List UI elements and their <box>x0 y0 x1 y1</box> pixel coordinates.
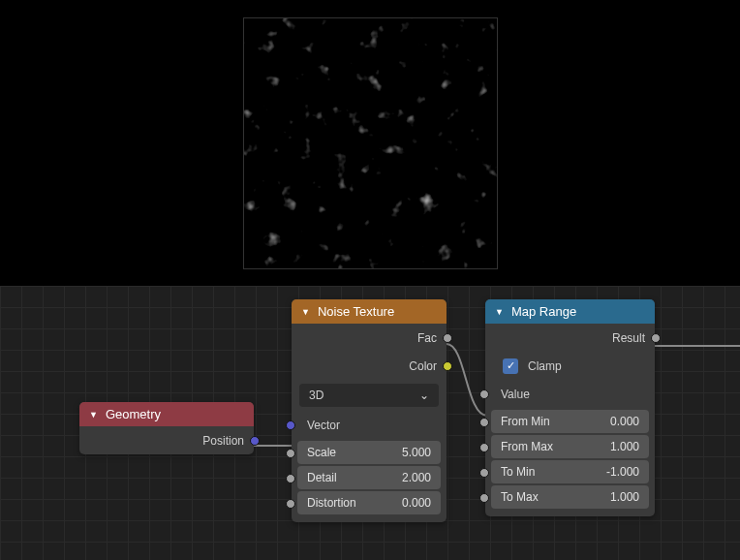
field-label: To Min <box>501 465 535 479</box>
input-distortion[interactable]: Distortion 0.000 <box>297 491 441 514</box>
field-label: From Max <box>501 440 553 453</box>
output-label: Result <box>612 331 645 345</box>
field-label: Detail <box>307 471 337 484</box>
clamp-row[interactable]: ✓ Clamp <box>485 352 655 380</box>
node-editor[interactable]: ▼ Geometry Position ▼ Noise Texture Fac … <box>0 286 740 560</box>
field-label: To Max <box>501 490 539 504</box>
preview-area <box>0 0 740 286</box>
output-label: Fac <box>417 331 437 345</box>
output-label: Color <box>409 359 437 373</box>
input-from-min[interactable]: From Min 0.000 <box>491 410 649 433</box>
socket-in-value[interactable] <box>479 389 489 399</box>
node-noise-texture[interactable]: ▼ Noise Texture Fac Color 3D ⌄ Vector Sc… <box>292 299 447 522</box>
socket-in-detail[interactable] <box>286 474 295 483</box>
input-label: Vector <box>301 419 340 432</box>
noise-preview-image <box>243 17 498 269</box>
field-label: Scale <box>307 446 336 459</box>
node-geometry[interactable]: ▼ Geometry Position <box>79 402 254 454</box>
socket-in-to-max[interactable] <box>479 493 489 503</box>
field-label: Distortion <box>307 496 356 510</box>
field-value: 1.000 <box>610 440 639 453</box>
field-value: 0.000 <box>402 496 431 510</box>
input-from-max[interactable]: From Max 1.000 <box>491 435 649 458</box>
output-label: Position <box>202 434 244 448</box>
socket-out-position[interactable] <box>250 436 260 446</box>
input-value: Value <box>485 380 655 408</box>
node-header[interactable]: ▼ Geometry <box>79 402 254 426</box>
socket-in-vector[interactable] <box>286 420 295 430</box>
field-value: 2.000 <box>402 471 431 484</box>
input-detail[interactable]: Detail 2.000 <box>297 466 441 489</box>
node-header[interactable]: ▼ Map Range <box>485 299 655 324</box>
node-title: Map Range <box>511 304 576 319</box>
node-header[interactable]: ▼ Noise Texture <box>292 299 447 324</box>
node-map-range[interactable]: ▼ Map Range Result ✓ Clamp Value From Mi… <box>485 299 655 516</box>
collapse-icon[interactable]: ▼ <box>89 410 98 420</box>
socket-out-fac[interactable] <box>443 333 452 343</box>
input-vector: Vector <box>292 411 447 439</box>
input-label: Value <box>495 388 530 401</box>
input-scale[interactable]: Scale 5.000 <box>297 441 441 464</box>
clamp-checkbox[interactable]: ✓ <box>503 358 518 374</box>
socket-in-scale[interactable] <box>286 449 295 458</box>
output-color: Color <box>292 352 447 380</box>
socket-in-from-max[interactable] <box>479 443 489 452</box>
input-to-min[interactable]: To Min -1.000 <box>491 460 649 483</box>
output-fac: Fac <box>292 324 447 352</box>
collapse-icon[interactable]: ▼ <box>301 307 310 317</box>
svg-rect-1 <box>244 18 498 269</box>
output-result: Result <box>485 324 655 352</box>
clamp-label: Clamp <box>528 359 562 373</box>
field-value: 5.000 <box>402 446 431 459</box>
field-value: -1.000 <box>606 465 639 479</box>
dropdown-value: 3D <box>309 389 324 402</box>
socket-out-result[interactable] <box>651 333 661 343</box>
field-value: 1.000 <box>610 490 639 504</box>
field-value: 0.000 <box>610 415 639 428</box>
collapse-icon[interactable]: ▼ <box>495 307 504 317</box>
socket-in-distortion[interactable] <box>286 499 295 509</box>
node-title: Noise Texture <box>318 304 394 319</box>
socket-out-color[interactable] <box>443 361 452 371</box>
socket-in-from-min[interactable] <box>479 418 489 427</box>
field-label: From Min <box>501 415 550 428</box>
node-title: Geometry <box>106 407 161 421</box>
input-to-max[interactable]: To Max 1.000 <box>491 485 649 509</box>
socket-in-to-min[interactable] <box>479 468 489 478</box>
dimension-dropdown[interactable]: 3D ⌄ <box>299 384 439 407</box>
output-position: Position <box>79 426 254 454</box>
chevron-down-icon: ⌄ <box>419 389 429 402</box>
